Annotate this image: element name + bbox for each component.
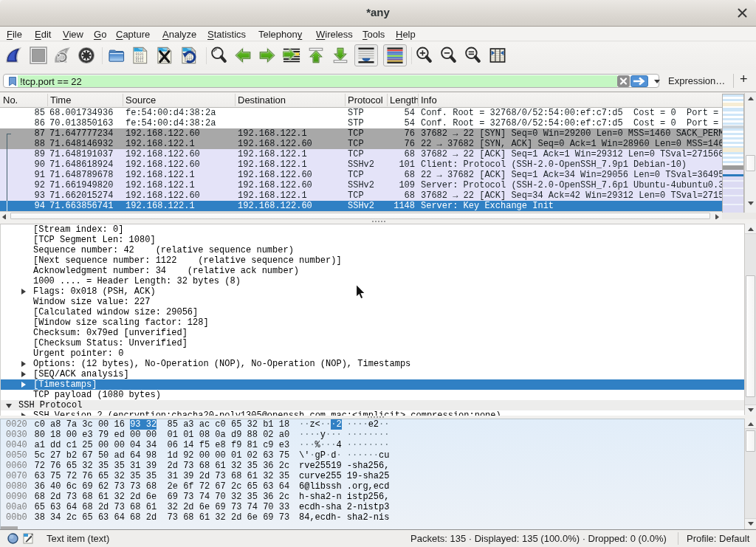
svg-text:0111: 0111 xyxy=(135,59,143,63)
